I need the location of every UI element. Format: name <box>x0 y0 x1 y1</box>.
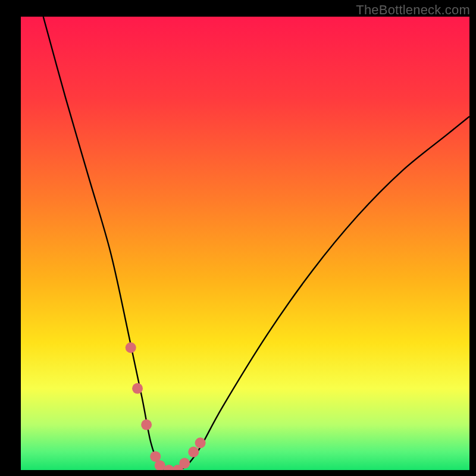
highlight-marker <box>141 419 152 430</box>
highlight-marker <box>179 458 190 469</box>
watermark-text: TheBottleneck.com <box>356 2 470 18</box>
plot-background <box>21 17 469 470</box>
bottleneck-chart <box>0 0 476 476</box>
highlight-marker <box>132 383 143 394</box>
highlight-marker <box>188 447 199 458</box>
highlight-marker <box>195 437 206 448</box>
chart-container: TheBottleneck.com <box>0 0 476 476</box>
highlight-marker <box>150 451 161 462</box>
highlight-marker <box>126 342 136 353</box>
